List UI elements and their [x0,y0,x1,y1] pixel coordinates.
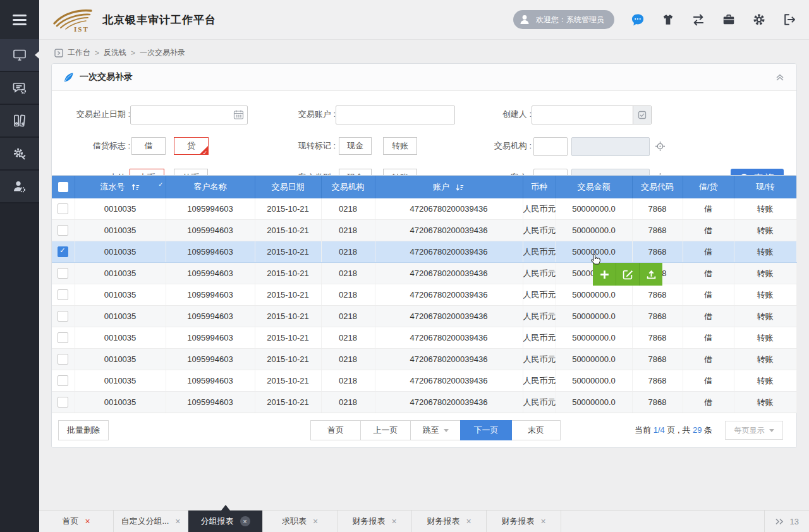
cell-amount[interactable]: 50000000.0 [556,327,632,349]
briefcase-icon[interactable] [722,13,736,27]
tab-close-icon[interactable]: × [175,517,180,526]
cell-trade-date[interactable]: 2015-10-21 [255,284,321,306]
sidebar-item-archives[interactable] [0,105,39,138]
calendar-icon[interactable] [233,109,244,120]
user-welcome-badge[interactable]: 欢迎您：系统管理员 [513,10,614,29]
cell-trade-org[interactable]: 0218 [321,370,375,392]
breadcrumb-item[interactable]: 反洗钱 [104,47,126,58]
trade-account-input[interactable] [336,106,455,124]
row-checkbox-cell[interactable] [52,349,75,370]
cell-debit-credit[interactable]: 借 [683,263,734,284]
tab-close-icon[interactable]: × [540,517,545,526]
toggle-debit[interactable]: 借 [131,137,166,155]
cell-currency[interactable]: 人民币元 [523,241,556,263]
cell-trade-date[interactable]: 2015-10-21 [255,306,321,327]
cell-cash-transfer[interactable]: 转账 [734,263,796,284]
row-checkbox-cell[interactable] [52,327,75,349]
cell-account[interactable]: 47206780200039436 [375,198,523,220]
table-row[interactable]: 0010035 1095994603 2015-10-21 0218 47206… [52,392,796,413]
cell-cash-transfer[interactable]: 转账 [734,392,796,413]
cell-amount[interactable]: 50000000.0 [556,392,632,413]
cell-cash-transfer[interactable]: 转账 [734,198,796,220]
tab-close-icon[interactable]: × [85,517,90,526]
cell-trade-org[interactable]: 0218 [321,349,375,370]
tab-close-icon[interactable]: × [313,517,318,526]
cell-currency[interactable]: 人民币元 [523,263,556,284]
toggle-credit[interactable]: 贷 [174,137,209,155]
cell-account[interactable]: 47206780200039436 [375,284,523,306]
sidebar-item-messages[interactable] [0,72,39,105]
row-checkbox[interactable] [58,246,68,257]
upload-row-button[interactable] [640,263,662,286]
cell-trade-code[interactable]: 7868 [632,349,683,370]
table-row[interactable]: 0010035 1095994603 2015-10-21 0218 47206… [52,220,796,241]
toggle-transfer[interactable]: 转账 [383,137,417,155]
breadcrumb-item[interactable]: 工作台 [68,47,90,58]
org-picker-target-icon[interactable] [655,141,666,152]
col-trade-code[interactable]: 交易代码 [632,176,683,198]
row-checkbox[interactable] [58,225,68,236]
cell-trade-code[interactable]: 7868 [632,306,683,327]
cell-trade-date[interactable]: 2015-10-21 [255,392,321,413]
cell-currency[interactable]: 人民币元 [523,327,556,349]
cell-account[interactable]: 47206780200039436 [375,327,523,349]
cell-trade-date[interactable]: 2015-10-21 [255,370,321,392]
cell-trade-org[interactable]: 0218 [321,198,375,220]
first-page-button[interactable]: 首页 [310,420,361,440]
cell-customer-name[interactable]: 1095994603 [166,392,255,413]
cell-currency[interactable]: 人民币元 [523,370,556,392]
cell-cash-transfer[interactable]: 转账 [734,220,796,241]
cell-cash-transfer[interactable]: 转账 [734,241,796,263]
cell-trade-org[interactable]: 0218 [321,263,375,284]
theme-skin-icon[interactable] [661,13,675,27]
col-cash-transfer[interactable]: 现/转 [734,176,796,198]
menu-toggle-button[interactable] [0,0,39,39]
cell-cash-transfer[interactable]: 转账 [734,306,796,327]
cell-serial[interactable]: 0010035 [75,306,166,327]
cell-trade-org[interactable]: 0218 [321,327,375,349]
sidebar-item-tools[interactable] [0,138,39,171]
cell-customer-name[interactable]: 1095994603 [166,263,255,284]
messages-icon[interactable] [631,13,645,27]
cell-trade-date[interactable]: 2015-10-21 [255,220,321,241]
col-trade-date[interactable]: 交易日期 [255,176,321,198]
tab-item[interactable]: 自定义分组... × [114,511,188,532]
cell-currency[interactable]: 人民币元 [523,284,556,306]
cell-cash-transfer[interactable]: 转账 [734,349,796,370]
cell-trade-date[interactable]: 2015-10-21 [255,263,321,284]
cell-cash-transfer[interactable]: 转账 [734,284,796,306]
cell-serial[interactable]: 0010035 [75,220,166,241]
row-checkbox[interactable] [58,397,68,408]
cell-account[interactable]: 47206780200039436 [375,241,523,263]
next-page-button[interactable]: 下一页 [460,420,512,440]
row-checkbox[interactable] [58,354,68,365]
logout-icon[interactable] [782,13,796,27]
col-customer-name[interactable]: 客户名称 [166,176,255,198]
tab-item[interactable]: 财务报表 × [487,511,561,532]
table-row[interactable]: 0010035 1095994603 2015-10-21 0218 47206… [52,349,796,370]
cell-customer-name[interactable]: 1095994603 [166,370,255,392]
cell-amount[interactable]: 50000000.0 [556,306,632,327]
cell-currency[interactable]: 人民币元 [523,349,556,370]
cell-account[interactable]: 47206780200039436 [375,306,523,327]
col-account[interactable]: 账户 [375,176,523,198]
last-page-button[interactable]: 末页 [511,420,561,440]
cell-currency[interactable]: 人民币元 [523,198,556,220]
cell-customer-name[interactable]: 1095994603 [166,220,255,241]
cell-customer-name[interactable]: 1095994603 [166,198,255,220]
cell-trade-org[interactable]: 0218 [321,392,375,413]
table-row[interactable]: 0010035 1095994603 2015-10-21 0218 47206… [52,263,796,284]
cell-serial[interactable]: 0010035 [75,263,166,284]
cell-debit-credit[interactable]: 借 [683,220,734,241]
col-currency[interactable]: 币种 [523,176,556,198]
cell-trade-code[interactable]: 7868 [632,327,683,349]
cell-trade-code[interactable]: 7868 [632,241,683,263]
cell-debit-credit[interactable]: 借 [683,198,734,220]
row-checkbox-cell[interactable] [52,241,75,263]
cell-serial[interactable]: 0010035 [75,349,166,370]
col-debit-credit[interactable]: 借/贷 [683,176,734,198]
row-checkbox-cell[interactable] [52,284,75,306]
table-row[interactable]: 0010035 1095994603 2015-10-21 0218 47206… [52,198,796,220]
cell-trade-code[interactable]: 7868 [632,198,683,220]
page-size-select[interactable]: 每页显示 [725,421,783,440]
